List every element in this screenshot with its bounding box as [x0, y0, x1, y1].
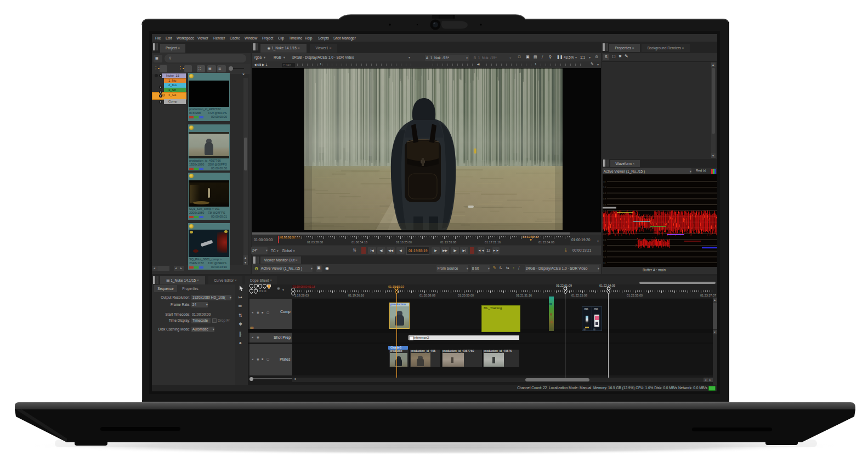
svg-text:10: 10 — [603, 261, 606, 264]
svg-text:0.7: 0.7 — [603, 203, 606, 206]
svg-text:0.1: 0.1 — [603, 238, 606, 241]
svg-text:0.1: 0.1 — [603, 250, 606, 253]
svg-text:0.2: 0.2 — [603, 255, 606, 258]
svg-text:10: 10 — [603, 180, 606, 183]
svg-text:0.8: 0.8 — [603, 197, 606, 200]
svg-text:1.0: 1.0 — [603, 186, 606, 189]
svg-text:0.9: 0.9 — [603, 192, 606, 195]
